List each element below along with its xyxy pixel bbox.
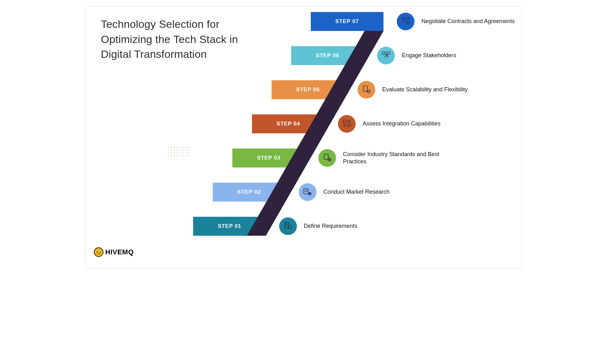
svg-rect-20 [387, 52, 390, 54]
svg-rect-6 [309, 193, 310, 194]
hivemq-logo: 🐝 HIVEMQ [94, 247, 134, 257]
step-description-row: Evaluate Scalability and Flexibility [358, 81, 468, 99]
svg-rect-8 [324, 154, 328, 160]
step-icon [318, 149, 336, 167]
step-label: STEP 07 [311, 12, 383, 31]
diagram-frame: Technology Selection for Optimizing the … [85, 6, 522, 269]
step-description: Assess Integration Capabilities [363, 120, 440, 127]
step-description: Evaluate Scalability and Flexibility [382, 86, 468, 93]
svg-point-21 [386, 54, 387, 56]
logo-text: HIVEMQ [105, 248, 134, 256]
svg-point-13 [344, 124, 346, 126]
svg-rect-2 [289, 226, 291, 229]
svg-rect-19 [382, 52, 385, 54]
svg-rect-23 [407, 18, 409, 20]
staircase: STEP 01Define RequirementsSTEP 02Conduct… [86, 7, 521, 268]
step-description-row: Negotiate Contracts and Agreements [397, 13, 515, 30]
step-icon [397, 13, 414, 30]
svg-rect-16 [363, 86, 367, 91]
step-icon [358, 81, 375, 99]
svg-point-14 [348, 120, 350, 122]
step-description-row: Engage Stakeholders [377, 47, 456, 64]
step-description: Define Requirements [304, 222, 357, 230]
svg-rect-24 [407, 22, 409, 24]
step-description: Engage Stakeholders [402, 52, 456, 59]
step-icon [279, 217, 297, 235]
step-description-row: Consider Industry Standards and Best Pra… [318, 149, 451, 167]
step-description: Consider Industry Standards and Best Pra… [343, 151, 451, 166]
step-icon [377, 47, 395, 64]
svg-rect-11 [343, 120, 346, 123]
step-description-row: Define Requirements [279, 217, 357, 235]
step-description-row: Conduct Market Research [299, 183, 389, 201]
svg-rect-12 [347, 124, 351, 126]
step-icon [338, 115, 356, 133]
svg-rect-22 [402, 18, 405, 20]
step-icon [299, 183, 316, 201]
step-description-row: Assess Integration Capabilities [338, 115, 440, 133]
step-description: Conduct Market Research [323, 188, 389, 196]
step-description: Negotiate Contracts and Agreements [421, 18, 515, 25]
bee-icon: 🐝 [94, 247, 103, 257]
